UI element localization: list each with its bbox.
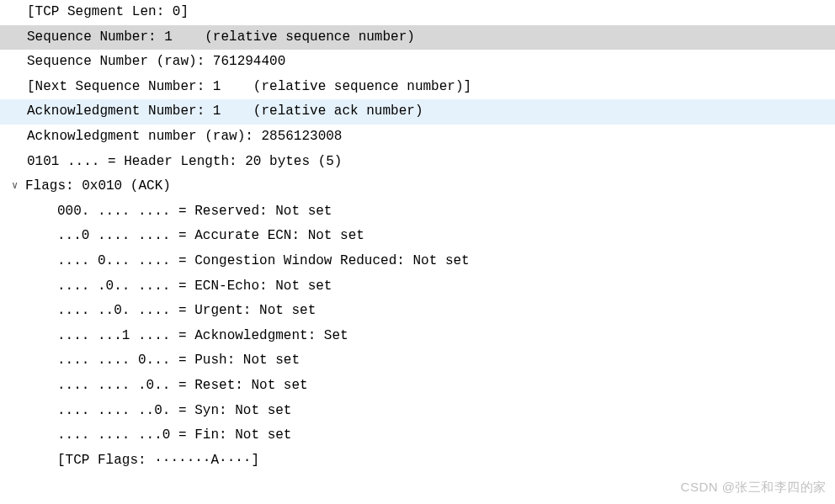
flag-urgent[interactable]: .... ..0. .... = Urgent: Not set (0, 299, 835, 324)
flag-ack[interactable]: .... ...1 .... = Acknowledgment: Set (0, 324, 835, 349)
flag-fin[interactable]: .... .... ...0 = Fin: Not set (0, 423, 835, 448)
field-ack-number-raw[interactable]: Acknowledgment number (raw): 2856123008 (0, 125, 835, 150)
field-flags-header[interactable]: ∨Flags: 0x010 (ACK) (0, 174, 835, 199)
flag-reset[interactable]: .... .... .0.. = Reset: Not set (0, 374, 835, 399)
field-ack-number-relative[interactable]: Acknowledgment Number: 1 (relative ack n… (0, 99, 835, 125)
flag-ecn-echo[interactable]: .... .0.. .... = ECN-Echo: Not set (0, 274, 835, 300)
field-sequence-number-raw[interactable]: Sequence Number (raw): 761294400 (0, 50, 835, 75)
field-tcp-flags-summary[interactable]: [TCP Flags: ·······A····] (0, 448, 835, 474)
flag-accurate-ecn[interactable]: ...0 .... .... = Accurate ECN: Not set (0, 224, 835, 249)
watermark: CSDN @张三和李四的家 (681, 475, 827, 499)
flag-reserved[interactable]: 000. .... .... = Reserved: Not set (0, 199, 835, 225)
flag-push[interactable]: .... .... 0... = Push: Not set (0, 348, 835, 374)
field-tcp-segment-len[interactable]: [TCP Segment Len: 0] (0, 0, 835, 25)
field-sequence-number-relative[interactable]: Sequence Number: 1 (relative sequence nu… (0, 25, 835, 50)
flag-syn[interactable]: .... .... ..0. = Syn: Not set (0, 399, 835, 424)
flag-cwr[interactable]: .... 0... .... = Congestion Window Reduc… (0, 249, 835, 274)
chevron-down-icon[interactable]: ∨ (12, 174, 25, 199)
field-next-sequence-number[interactable]: [Next Sequence Number: 1 (relative seque… (0, 75, 835, 100)
field-header-length[interactable]: 0101 .... = Header Length: 20 bytes (5) (0, 150, 835, 175)
field-flags-header-text: Flags: 0x010 (ACK) (25, 178, 171, 194)
